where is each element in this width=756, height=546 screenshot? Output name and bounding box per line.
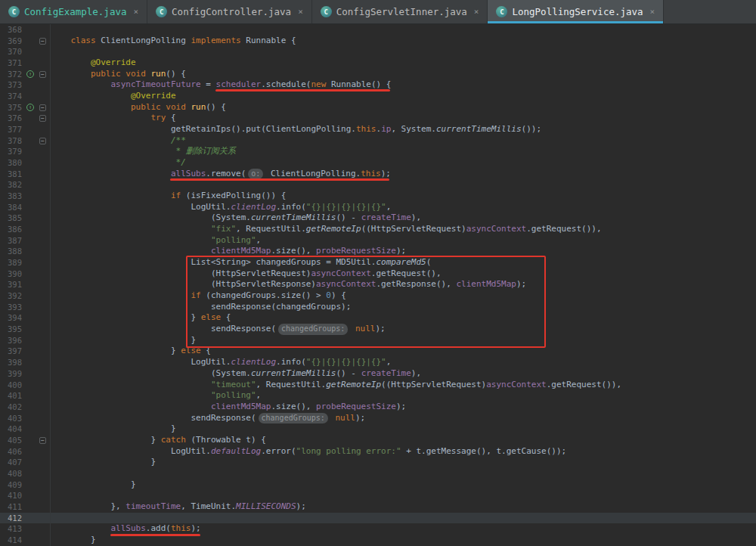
code-line[interactable]: 373 asyncTimeoutFuture = scheduler.sched… [0,79,756,91]
gutter: 371 [0,57,51,69]
code-line[interactable]: 399 (System.currentTimeMillis() - create… [0,368,756,380]
editor-tab[interactable]: CLongPollingService.java× [488,0,664,23]
override-method-icon[interactable]: ↑ [26,70,34,78]
code-line[interactable]: 387 "polling", [0,235,756,247]
code-line[interactable]: 405− } catch (Throwable t) { [0,435,756,446]
override-method-icon[interactable]: ↑ [26,104,34,111]
gutter-icon-slot [24,246,36,257]
code-line[interactable]: 400 "timeout", RequestUtil.getRemoteIp((… [0,380,756,391]
code-line[interactable]: 397 } else { [0,346,756,357]
code-text: (System.currentTimeMillis() - createTime… [51,213,421,224]
code-line[interactable]: 390 (HttpServletRequest)asyncContext.get… [0,268,756,280]
line-number: 393 [0,302,24,313]
code-line[interactable]: 369− class ClientLongPolling implements … [0,36,756,47]
code-line[interactable]: 406 LogUtil.defaultLog.error("long polli… [0,446,756,458]
gutter-icon-slot [24,380,36,391]
fold-slot [36,79,49,91]
code-line[interactable]: 412 [0,513,756,524]
gutter: 406 [0,446,51,458]
code-line[interactable]: 407 } [0,457,756,468]
code-text: } else { [51,312,231,324]
code-line[interactable]: 383 if (isFixedPolling()) { [0,191,756,202]
code-line[interactable]: 375↑− public void run() { [0,102,756,113]
code-line[interactable]: 380 */ [0,157,756,169]
code-line[interactable]: 403 sendResponse(changedGroups: null); [0,413,756,424]
code-text: allSubs.add(this); [51,523,201,535]
code-line[interactable]: 392 if (changedGroups.size() > 0) { [0,290,756,302]
gutter-icon-slot [24,113,36,124]
code-line[interactable]: 382 [0,179,756,191]
close-tab-icon[interactable]: × [650,7,655,17]
gutter-icon-slot [24,468,36,479]
code-line[interactable]: 368 [0,24,756,36]
fold-slot [36,479,49,491]
fold-slot [36,312,49,324]
code-line[interactable]: 394 } else { [0,312,756,324]
fold-slot [36,390,49,402]
fold-icon[interactable]: − [39,115,46,122]
code-line[interactable]: 413 allSubs.add(this); [0,523,756,535]
line-number: 412 [0,513,24,524]
code-text: (HttpServletRequest)asyncContext.getRequ… [51,268,442,280]
code-editor[interactable]: 368369− class ClientLongPolling implemen… [0,24,756,546]
code-line[interactable]: 391 (HttpServletResponse)asyncContext.ge… [0,279,756,290]
code-line[interactable]: 401 "polling", [0,390,756,402]
code-text: } [51,479,136,491]
code-line[interactable]: 398 LogUtil.clientLog.info("{}|{}|{}|{}|… [0,357,756,368]
gutter: 411 [0,501,51,513]
line-number: 382 [0,179,24,191]
fold-icon[interactable]: − [39,138,46,144]
parameter-hint-chip: changedGroups: [278,324,348,335]
code-line[interactable]: 378− /** [0,135,756,147]
gutter-icon-slot [24,324,36,335]
code-line[interactable]: 409 } [0,479,756,491]
editor-tab[interactable]: CConfigServletInner.java× [312,0,488,23]
code-line[interactable]: 376− try { [0,113,756,124]
code-line[interactable]: 372↑− public void run() { [0,69,756,80]
fold-icon[interactable]: − [39,437,46,444]
close-tab-icon[interactable]: × [133,7,138,17]
editor-tab[interactable]: CConfigExample.java× [0,0,147,23]
code-line[interactable]: 371 @Override [0,57,756,69]
fold-icon[interactable]: − [39,71,46,78]
code-line[interactable]: 379 * 删除订阅关系 [0,146,756,157]
code-line[interactable]: 384 LogUtil.clientLog.info("{}|{}|{}|{}|… [0,202,756,213]
code-line[interactable]: 386 "fix", RequestUtil.getRemoteIp((Http… [0,224,756,235]
code-line[interactable]: 388 clientMd5Map.size(), probeRequestSiz… [0,246,756,257]
close-tab-icon[interactable]: × [474,7,479,17]
code-text: LogUtil.defaultLog.error("long polling e… [51,446,566,458]
code-line[interactable]: 377 getRetainIps().put(ClientLongPolling… [0,124,756,135]
code-line[interactable]: 410 [0,490,756,501]
code-line[interactable]: 404 } [0,423,756,435]
code-text: "fix", RequestUtil.getRemoteIp((HttpServ… [51,224,602,235]
code-line[interactable]: 402 clientMd5Map.size(), probeRequestSiz… [0,402,756,413]
gutter-icon-slot [24,146,36,157]
code-line[interactable]: 395 sendResponse(changedGroups: null); [0,324,756,335]
line-number: 395 [0,324,24,335]
fold-icon[interactable]: − [39,104,46,111]
code-line[interactable]: 370 [0,46,756,57]
line-number: 398 [0,357,24,368]
code-line[interactable]: 411 }, timeoutTime, TimeUnit.MILLISECOND… [0,501,756,513]
gutter-icon-slot [24,457,36,468]
code-line[interactable]: 389 List<String> changedGroups = MD5Util… [0,257,756,268]
editor-tab[interactable]: CConfigController.java× [147,0,312,23]
fold-slot [36,224,49,235]
code-line[interactable]: 385 (System.currentTimeMillis() - create… [0,213,756,224]
code-line[interactable]: 381 allSubs.remove(o: ClientLongPolling.… [0,169,756,180]
line-number: 411 [0,501,24,513]
code-text: allSubs.remove(o: ClientLongPolling.this… [51,169,391,180]
code-text: try { [51,113,176,124]
close-tab-icon[interactable]: × [298,7,303,17]
code-line[interactable]: 374 @Override [0,91,756,102]
fold-slot [36,257,49,268]
code-line[interactable]: 396 } [0,335,756,346]
line-number: 394 [0,312,24,324]
code-text: "polling", [51,235,261,247]
code-line[interactable]: 393 sendResponse(changedGroups); [0,302,756,313]
code-text: class ClientLongPolling implements Runna… [51,36,296,47]
code-line[interactable]: 414 } [0,535,756,546]
fold-slot [36,91,49,102]
fold-icon[interactable]: − [39,38,46,45]
code-line[interactable]: 408 [0,468,756,479]
